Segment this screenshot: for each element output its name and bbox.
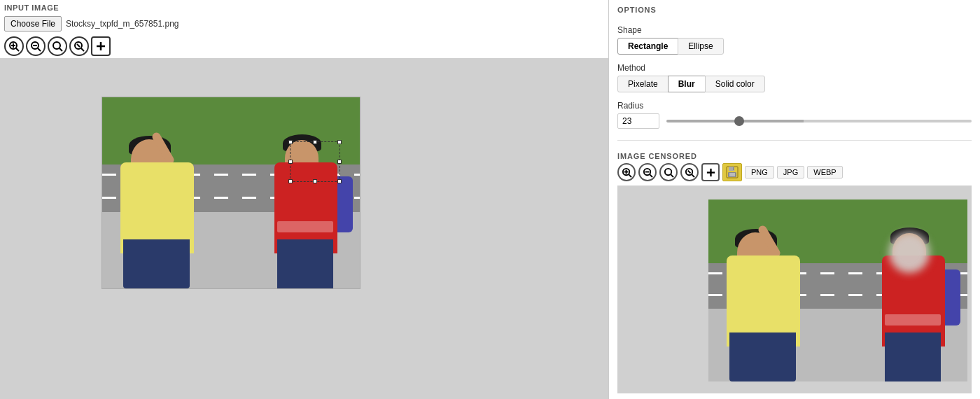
censored-person2 (876, 214, 964, 382)
svg-rect-31 (729, 173, 735, 176)
zoom-fit-button-left[interactable] (48, 36, 67, 56)
method-solidcolor-button[interactable]: Solid color (705, 76, 765, 92)
save-button[interactable] (722, 163, 742, 181)
svg-line-11 (77, 44, 80, 47)
zoom-reset-button-left[interactable] (69, 36, 89, 56)
file-row: Choose File Stocksy_txpfd_m_657851.png (0, 13, 608, 34)
blur-overlay (889, 232, 930, 273)
svg-line-1 (16, 48, 19, 51)
jpg-button[interactable]: JPG (777, 166, 804, 178)
add-region-button-left[interactable] (91, 36, 111, 56)
file-name: Stocksy_txpfd_m_657851.png (66, 19, 178, 29)
input-image-label: INPUT IMAGE (0, 0, 608, 13)
person2-jeans (277, 239, 333, 288)
censored-canvas[interactable] (617, 186, 972, 393)
input-canvas[interactable] (0, 58, 608, 399)
method-section: Method Pixelate Blur Solid color (617, 63, 972, 92)
webp-button[interactable]: WEBP (807, 166, 842, 178)
image-censored-label: IMAGE CENSORED (617, 152, 972, 160)
zoom-in-button-left[interactable] (4, 36, 24, 56)
person1 (108, 120, 216, 288)
svg-line-25 (687, 170, 690, 173)
svg-line-15 (629, 174, 631, 177)
svg-point-7 (53, 42, 60, 49)
choose-file-button[interactable]: Choose File (4, 16, 62, 31)
svg-line-10 (81, 48, 84, 51)
person2 (269, 120, 356, 288)
method-pixelate-button[interactable]: Pixelate (617, 76, 668, 92)
radius-section: Radius (617, 101, 972, 129)
zoom-fit-button-right[interactable] (659, 163, 678, 181)
shape-button-group: Rectangle Ellipse (617, 38, 972, 55)
svg-point-21 (664, 168, 671, 174)
censored-toolbar: PNG JPG WEBP (617, 163, 972, 181)
radius-label: Radius (617, 101, 972, 111)
shape-rectangle-button[interactable]: Rectangle (617, 38, 678, 55)
right-panel: OPTIONS Shape Rectangle Ellipse Method P… (609, 0, 980, 399)
input-image-container (102, 97, 360, 289)
person1-jeans (123, 239, 190, 288)
censored-person1 (714, 214, 822, 382)
options-title: OPTIONS (617, 6, 972, 14)
shape-label: Shape (617, 25, 972, 35)
zoom-in-button-right[interactable] (617, 163, 636, 181)
censored-image-container (708, 200, 967, 382)
png-button[interactable]: PNG (745, 166, 774, 178)
divider (617, 140, 972, 141)
method-blur-button[interactable]: Blur (668, 76, 706, 92)
radius-slider[interactable] (666, 120, 972, 122)
svg-line-24 (692, 174, 694, 177)
input-image (102, 97, 360, 288)
svg-line-19 (650, 174, 652, 177)
zoom-out-button-right[interactable] (638, 163, 657, 181)
left-panel: INPUT IMAGE Choose File Stocksy_txpfd_m_… (0, 0, 609, 399)
person2-jacket-text (277, 221, 333, 232)
shape-ellipse-button[interactable]: Ellipse (678, 38, 723, 55)
method-button-group: Pixelate Blur Solid color (617, 76, 972, 92)
svg-line-22 (671, 174, 673, 177)
radius-row (617, 113, 972, 129)
svg-line-8 (59, 48, 62, 51)
image-censored-section: IMAGE CENSORED (617, 152, 972, 393)
radius-input[interactable] (617, 113, 659, 129)
add-button-right[interactable] (701, 163, 720, 181)
zoom-toolbar-left (0, 34, 608, 58)
zoom-out-button-left[interactable] (26, 36, 46, 56)
zoom-reset-button-right[interactable] (680, 163, 699, 181)
shape-section: Shape Rectangle Ellipse (617, 25, 972, 55)
method-label: Method (617, 63, 972, 73)
svg-rect-32 (733, 167, 734, 170)
svg-line-5 (38, 48, 41, 51)
